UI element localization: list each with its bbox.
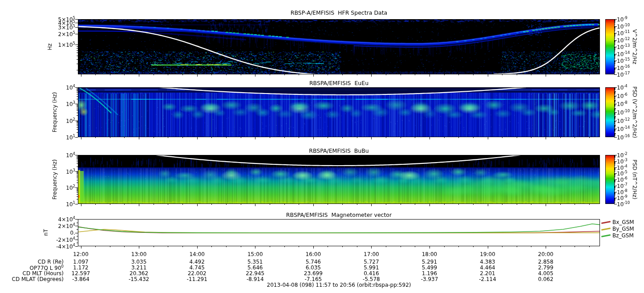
colorbar-tick-label: 10-13: [617, 44, 630, 50]
y-tick-label: 2×104: [58, 223, 75, 229]
ephemeris-value: 5.746: [306, 259, 321, 265]
x-tick-label: 17:00: [364, 252, 379, 257]
ephemeris-value: 23.699: [304, 271, 323, 277]
eueu-y-axis-label: Frequency (Hz): [52, 92, 58, 133]
colorbar-tick-label: 10-6: [617, 92, 628, 99]
by_gsm-legend-line: [601, 228, 611, 231]
ephemeris-value: 5.727: [364, 259, 379, 265]
hfr-colorbar-unit-label: V^2/m^2/Hz: [632, 29, 638, 65]
ephemeris-value: 5.646: [247, 265, 263, 271]
y-tick-label: 102: [66, 117, 75, 124]
colorbar-tick-label: 10-16: [617, 134, 630, 141]
ephemeris-value: -2.114: [479, 277, 496, 282]
ephemeris-value: -7.165: [304, 277, 322, 282]
y-tick-label: 101: [66, 201, 75, 208]
y-tick-label: 101: [66, 134, 75, 141]
ephemeris-value: 4.005: [538, 271, 553, 277]
ephemeris-value: 12.597: [72, 271, 90, 277]
y-tick-label: 104: [66, 84, 75, 91]
ephemeris-value: 2.201: [480, 271, 495, 277]
x-tick-label: 18:00: [422, 252, 437, 257]
figure-caption: 2013-04-08 (098) 11:57 to 20:56 (orbit:r…: [78, 282, 600, 288]
ephemeris-value: 3.211: [131, 265, 146, 271]
colorbar-tick-label: 10-10: [617, 23, 630, 29]
y-tick-label: 103: [66, 168, 75, 175]
y-tick-label: 102: [66, 184, 75, 191]
colorbar-tick-label: 10-17: [617, 71, 630, 78]
magnetometer-panel-title: RBSPA/EMFISIS Magnetometer vector: [78, 212, 600, 218]
ephemeris-value: 4.464: [480, 265, 495, 271]
ephemeris-value: -3.864: [72, 277, 89, 282]
x-tick-label: 12:00: [73, 252, 89, 257]
colorbar-tick-label: 10-10: [617, 201, 630, 208]
ephemeris-value: 1.172: [73, 265, 88, 271]
magnetometer-line-canvas: [78, 219, 600, 246]
bubu-y-axis-label: Frequency (Hz): [52, 159, 58, 200]
ephemeris-value: 5.991: [364, 265, 379, 271]
y-tick-label: -2×104: [56, 236, 75, 243]
eueu-spectrogram-canvas: [78, 87, 600, 137]
colorbar-tick-label: 10-11: [617, 30, 630, 37]
ephemeris-value: -5.578: [363, 277, 380, 282]
bubu-colorbar-unit-label: PSD (nT^2/Hz): [632, 159, 638, 199]
y-tick-label: 2×105: [58, 30, 75, 37]
ephemeris-row-label: CD MLAT (Degrees): [12, 277, 64, 282]
colorbar-tick-label: 10-12: [617, 117, 630, 124]
ephemeris-value: 6.035: [306, 265, 321, 271]
ephemeris-value: -11.291: [187, 277, 207, 282]
ephemeris-value: -3.937: [421, 277, 438, 282]
x-tick-label: 19:00: [480, 252, 495, 257]
bx_gsm-legend-label: Bx_GSM: [612, 219, 634, 225]
magnetometer-y-axis-label: nT: [43, 229, 49, 236]
colorbar-tick-label: 10-16: [617, 64, 630, 71]
ephemeris-row-label: CD MLT (Hours): [23, 271, 64, 277]
x-tick-label: 13:00: [131, 252, 147, 257]
x-tick-label: 20:00: [538, 252, 554, 257]
colorbar-tick-label: 10-12: [617, 37, 630, 43]
colorbar-tick-label: 10-14: [617, 126, 630, 132]
ephemeris-value: 2.858: [538, 259, 553, 265]
by_gsm-legend-label: By_GSM: [612, 226, 634, 232]
colorbar-tick-label: 10-14: [617, 50, 630, 57]
ephemeris-value: 1.097: [73, 259, 88, 265]
x-tick-label: 14:00: [189, 252, 205, 257]
hfr-y-axis-label: Hz: [47, 43, 53, 50]
y-tick-label: 103: [66, 101, 75, 107]
colorbar-tick-label: 10-8: [617, 101, 628, 107]
hfr-spectrogram-canvas: [78, 19, 600, 74]
ephemeris-value: -15.432: [129, 277, 149, 282]
emfisis-summary-plot: RBSP-A/EMFISIS HFR Spectra Data RBSPA/EM…: [0, 0, 644, 293]
eueu-colorbar-unit-label: PSD (V^2/m^2/Hz): [632, 86, 638, 138]
colorbar-tick-label: 10-4: [617, 84, 628, 91]
bz_gsm-legend-label: Bz_GSM: [612, 232, 634, 239]
y-tick-label: 4×104: [58, 216, 75, 223]
ephemeris-value: 1.196: [422, 271, 437, 277]
ephemeris-value: 2.799: [538, 265, 553, 271]
ephemeris-value: 0.416: [364, 271, 379, 277]
ephemeris-value: 5.351: [247, 259, 263, 265]
ephemeris-value: 5.291: [422, 259, 437, 265]
bz_gsm-legend-line: [601, 234, 611, 237]
hfr-panel-title: RBSP-A/EMFISIS HFR Spectra Data: [78, 9, 600, 16]
x-tick-label: 15:00: [247, 252, 263, 257]
bx_gsm-legend-line: [601, 221, 611, 224]
eueu-panel-title: RBSPA/EMFISIS EuEu: [78, 80, 600, 86]
y-tick-label: 1×105: [58, 41, 75, 48]
y-tick-label: -4×104: [56, 243, 75, 250]
y-tick-label: 0.: [70, 230, 75, 236]
ephemeris-value: 22.945: [246, 271, 264, 277]
bubu-panel-title: RBSPA/EMFISIS BuBu: [78, 147, 600, 154]
colorbar-tick-label: 10-9: [617, 16, 628, 23]
colorbar-tick-label: 10-10: [617, 109, 630, 116]
ephemeris-value: 22.002: [188, 271, 207, 277]
bubu-spectrogram-canvas: [78, 155, 600, 204]
x-tick-label: 16:00: [306, 252, 321, 257]
y-tick-label: 104: [66, 152, 75, 159]
ephemeris-value: -8.914: [247, 277, 264, 282]
ephemeris-value: 20.362: [130, 271, 148, 277]
ephemeris-value: 5.499: [422, 265, 437, 271]
ephemeris-value: 0.062: [538, 277, 553, 282]
ephemeris-value: 4.492: [189, 259, 204, 265]
colorbar-tick-label: 10-15: [617, 57, 630, 64]
ephemeris-value: 4.745: [189, 265, 204, 271]
